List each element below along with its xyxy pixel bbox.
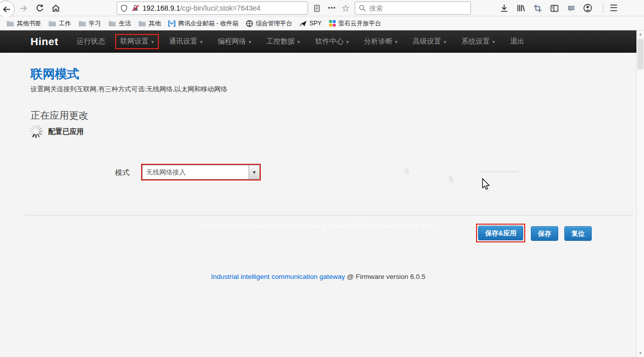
loading-spinner-icon	[29, 124, 43, 138]
scrollbar-up-arrow[interactable]: ▲	[637, 30, 644, 38]
url-fade	[287, 4, 304, 12]
color-grid-icon	[329, 20, 336, 27]
nav-item-software-center[interactable]: 软件中心 ▾	[310, 34, 354, 49]
search-bar[interactable]	[355, 2, 471, 15]
insecure-lock-icon[interactable]	[131, 4, 140, 12]
caret-down-icon: ▾	[444, 39, 446, 45]
folder-icon	[138, 20, 146, 27]
bookmark-star-button[interactable]: ☆	[339, 2, 352, 15]
page-title: 联网模式	[30, 66, 79, 82]
footer-gateway-link[interactable]: Industrial intelligent communication gat…	[211, 273, 345, 280]
scrollbar-down-arrow[interactable]: ▼	[637, 349, 644, 357]
reload-icon	[36, 4, 44, 13]
save-button[interactable]: 保存	[531, 226, 558, 241]
folder-icon	[78, 20, 86, 27]
library-icon	[516, 4, 525, 13]
folder-icon	[48, 20, 56, 27]
dart-icon	[299, 20, 307, 27]
ghost-artifact-line	[481, 171, 519, 172]
mail-icon	[168, 20, 176, 27]
home-icon	[51, 4, 60, 13]
footer-firmware-text: @ Firmware version 6.0.5	[345, 273, 426, 280]
page-actions-button[interactable]: •••	[325, 2, 338, 15]
nav-item-run-status[interactable]: 运行状态	[72, 34, 110, 49]
url-host: 192.168.9.1	[143, 4, 180, 12]
account-button[interactable]	[581, 2, 594, 15]
crop-icon	[533, 4, 542, 13]
annotation-box-save-apply: 保存&应用	[476, 224, 525, 242]
apply-status-text: 配置已应用	[48, 127, 84, 136]
account-icon	[583, 4, 592, 13]
chat-bubble-icon	[567, 4, 575, 13]
bookmark-folder-study[interactable]: 学习	[75, 18, 105, 29]
download-icon	[500, 4, 509, 13]
bookmark-folder-work[interactable]: 工作	[45, 18, 75, 29]
bookmarks-bar: 其他书签 工作 学习 生活 其他 腾讯企业邮箱 - 收件箱 综合管理平台 SPY…	[0, 17, 644, 30]
caret-down-icon: ▾	[249, 39, 251, 45]
bookmark-folder-other-bookmarks[interactable]: 其他书签	[3, 18, 45, 29]
bookmark-spy[interactable]: SPY	[296, 18, 325, 28]
nav-item-industrial-data[interactable]: 工控数据 ▾	[261, 34, 305, 49]
search-icon	[359, 5, 366, 12]
save-apply-button[interactable]: 保存&应用	[478, 226, 523, 240]
mode-select[interactable]: 无线网络接入 ▼	[142, 165, 260, 180]
menu-button[interactable]: ☰	[607, 2, 620, 15]
back-icon	[0, 1, 15, 18]
library-button[interactable]	[514, 2, 527, 15]
bookmark-folder-life[interactable]: 生活	[105, 18, 134, 29]
downloads-button[interactable]	[497, 2, 511, 15]
reader-mode-icon	[313, 5, 321, 12]
site-navbar: Hinet 运行状态 联网设置 ▾ 通讯设置 ▾ 编程网络 ▾ 工控数据 ▾ 软…	[0, 30, 636, 53]
sidebar-button[interactable]	[548, 2, 561, 15]
search-input[interactable]	[369, 5, 467, 12]
globe-icon	[246, 20, 253, 27]
bookmark-ezviz-open-platform[interactable]: 萤石云开放平台	[325, 18, 385, 29]
mode-field-label: 模式	[115, 168, 129, 177]
nav-item-analysis-diagnosis[interactable]: 分析诊断 ▾	[359, 34, 402, 49]
section-divider	[25, 215, 633, 216]
screenshot-button[interactable]	[531, 2, 544, 15]
back-button[interactable]	[0, 1, 14, 15]
annotation-box-mode-select: 无线网络接入 ▼	[141, 164, 261, 181]
applying-changes-heading: 正在应用更改	[30, 109, 88, 122]
scrollbar-thumb[interactable]	[637, 39, 643, 69]
bookmark-tencent-exmail[interactable]: 腾讯企业邮箱 - 收件箱	[164, 18, 242, 29]
folder-icon	[6, 20, 14, 27]
caret-down-icon: ▾	[492, 39, 495, 45]
tracking-shield-icon[interactable]	[120, 5, 128, 12]
forward-icon	[19, 4, 28, 13]
reload-button[interactable]	[32, 1, 47, 15]
nav-item-logout[interactable]: 退出	[505, 34, 529, 49]
url-path: /cgi-bin/luci/;stok=7643e4	[180, 4, 260, 12]
home-button[interactable]	[49, 1, 63, 15]
toolbar-separator	[603, 3, 603, 13]
mode-select-value: 无线网络接入	[143, 168, 249, 177]
messages-button[interactable]	[564, 2, 578, 15]
caret-down-icon: ▾	[297, 39, 300, 45]
bookmark-folder-misc[interactable]: 其他	[134, 18, 164, 29]
nav-item-network-settings[interactable]: 联网设置 ▾	[115, 34, 159, 49]
caret-down-icon: ▾	[200, 39, 202, 45]
url-text: 192.168.9.1/cgi-bin/luci/;stok=7643e4	[143, 4, 304, 12]
forward-button[interactable]	[16, 1, 30, 15]
nav-item-comm-settings[interactable]: 通讯设置 ▾	[164, 34, 208, 49]
vertical-scrollbar[interactable]: ▲ ▼	[636, 30, 644, 357]
nav-item-system-settings[interactable]: 系统设置 ▾	[456, 34, 500, 49]
reset-button[interactable]: 复位	[564, 226, 592, 241]
url-bar[interactable]: 192.168.9.1/cgi-bin/luci/;stok=7643e4	[117, 2, 308, 15]
select-dropdown-arrow-icon[interactable]: ▼	[249, 165, 259, 179]
sidebar-icon	[550, 4, 559, 13]
ghost-cursor-artifact	[448, 174, 456, 185]
nav-item-programming-network[interactable]: 编程网络 ▾	[213, 34, 256, 49]
caret-down-icon: ▾	[395, 39, 397, 45]
nav-item-advanced-settings[interactable]: 高级设置 ▾	[408, 34, 451, 49]
hamburger-menu-icon: ☰	[609, 4, 618, 13]
page-subtitle: 设置网关连接到互联网,有三种方式可选:无线网络,以太网和移动网络	[30, 85, 227, 94]
folder-icon	[108, 20, 116, 27]
reader-mode-button[interactable]	[310, 2, 323, 15]
brand-logo[interactable]: Hinet	[30, 35, 58, 48]
bookmark-mgmt-platform[interactable]: 综合管理平台	[242, 18, 296, 29]
caret-down-icon: ▾	[151, 39, 154, 45]
star-icon: ☆	[341, 4, 350, 13]
more-icon: •••	[328, 5, 336, 11]
